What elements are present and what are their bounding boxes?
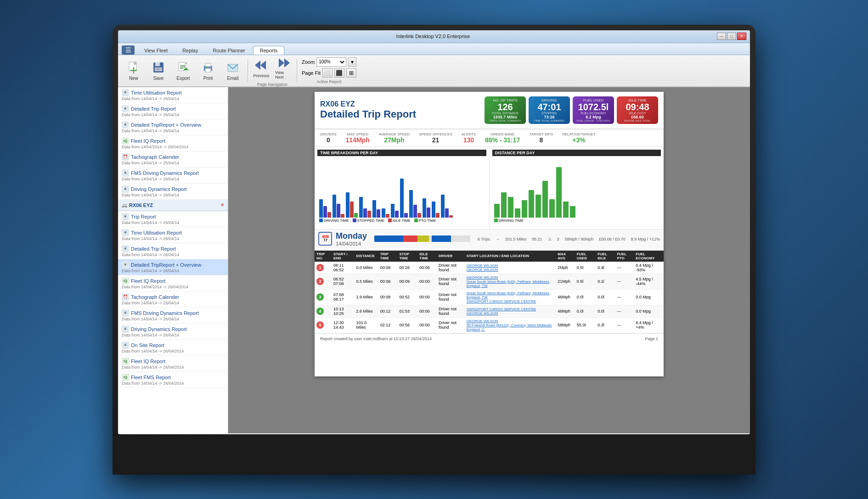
maximize-button[interactable]: □ <box>727 33 736 40</box>
list-item[interactable]: ⏰ Tachograph Calender Data from 14/04/14… <box>118 292 228 308</box>
dist-bar-2 <box>501 192 507 218</box>
summary-avg-speed: AVERAGE SPEED 27Mph <box>379 132 410 144</box>
tab-view-fleet[interactable]: View Fleet <box>137 46 175 55</box>
trip-times: 12:30 14:43 <box>332 317 355 333</box>
legend-idle-color <box>388 219 392 222</box>
print-button[interactable]: Print <box>196 57 220 84</box>
bar-idle <box>417 213 421 218</box>
close-section-icon[interactable]: ✕ <box>220 202 224 207</box>
iq-icon: iQ <box>122 137 129 145</box>
list-item[interactable]: ≡ Detailed TripReport + Overview Data fr… <box>118 119 228 135</box>
trip-from[interactable]: GEORGE WILSON <box>467 275 554 280</box>
export-label: Export <box>177 76 190 81</box>
stat-sublabel2-driving: TIME TOTAL SUMMARY <box>534 119 565 122</box>
section-label: RX06 EYZ <box>129 202 220 208</box>
save-button[interactable]: Save <box>147 57 170 84</box>
list-item[interactable]: ≡ FMS Driving Dynamics Report Data from … <box>118 308 228 324</box>
trip-from[interactable]: GEORGE WILSON <box>467 264 554 268</box>
stat-sublabel-trips: TOTAL DISTANCE <box>492 112 519 115</box>
clock-icon: ⏰ <box>122 153 129 161</box>
chart-left-area <box>317 158 486 218</box>
summary-green-band: GREEN BAND 88% - 31:17 <box>485 132 520 144</box>
trip-to[interactable]: GEORGE WILSON <box>467 268 554 272</box>
bar-idle <box>367 211 371 218</box>
previous-button[interactable]: Previous <box>251 55 272 81</box>
timeline-driving2-segment <box>432 235 451 242</box>
tab-replay[interactable]: Replay <box>175 46 205 55</box>
new-label: New <box>129 76 138 81</box>
trip-to[interactable]: SWISSPORT CARGO SERVICE CENTRE <box>467 299 554 303</box>
zoom-select[interactable]: 100% 75% 150% <box>316 57 346 67</box>
trip-from[interactable]: SWISSPORT CARGO SERVICE CENTRE <box>467 307 554 311</box>
export-button[interactable]: Export <box>171 57 195 84</box>
sidebar-item-date: Data from 14/04/14 -> 26/04/2014 <box>122 349 224 353</box>
trip-economy: 4.5 Mpg / -44% <box>634 274 664 289</box>
list-item[interactable]: ⏰ Tachograph Calender Data from 14/04/14… <box>118 151 228 168</box>
list-item[interactable]: ≡ Trip Report Data from 14/04/14 -> 26/0… <box>118 211 228 227</box>
trip-from[interactable]: GEORGE WILSON <box>467 319 554 323</box>
list-item[interactable]: ≡ Detailed Trip Report Data from 14/04/1… <box>118 243 228 259</box>
bar-dist <box>522 200 527 218</box>
trip-end: 06:52 <box>333 268 353 272</box>
doc-icon: ≡ <box>122 121 129 129</box>
list-item[interactable]: ≡ Detailed Trip Report Data from 14/04/1… <box>118 103 228 119</box>
tab-reports[interactable]: Reports <box>253 46 285 55</box>
trip-to[interactable]: GEORGE WILSON <box>467 311 554 315</box>
app-icon[interactable]: ☰ <box>122 45 135 55</box>
bar-stopped <box>413 205 417 218</box>
footer-text: Report created by user matt.redfearn at … <box>320 336 432 341</box>
stat-value-fuel: 1072.5l <box>578 102 609 112</box>
list-item[interactable]: ≡ Time Utilisation Report Data from 14/0… <box>118 227 228 243</box>
nav-buttons-row: Previous View Next <box>251 55 294 81</box>
view-next-button[interactable]: View Next <box>273 55 294 81</box>
tab-route-planner[interactable]: Route Planner <box>206 46 252 55</box>
trip-driver: Driver not found <box>437 305 465 317</box>
save-label: Save <box>153 76 164 81</box>
page-navigation-label: Page Navigation <box>257 82 287 87</box>
timeline-idle-segment <box>403 235 417 242</box>
bar-group-12 <box>441 195 453 218</box>
list-item[interactable]: ≡ Driving Dynamics Report Data from 14/0… <box>118 324 228 340</box>
stat-sublabel-idle: IDLE COST <box>629 112 646 115</box>
trip-fuel-used: 0.5l <box>575 274 596 289</box>
toolbar: New Save <box>118 55 750 87</box>
list-item-active[interactable]: ≡ Detailed TripReport + Overview Data fr… <box>118 259 228 275</box>
monday-time: 05:21 <box>532 237 542 241</box>
list-item[interactable]: ≡ Time Utilisation Report Data from 14/0… <box>118 87 228 103</box>
bar-group-4 <box>359 197 371 218</box>
list-item[interactable]: ≡ FMS Driving Dynamics Report Data from … <box>118 168 228 184</box>
bar-driving <box>382 208 385 218</box>
new-button[interactable]: New <box>122 57 146 84</box>
list-item[interactable]: iQ Fleet IQ Report Data from 14/04/2014 … <box>118 275 228 292</box>
list-item[interactable]: ≡ On Site Report Data from 14/04/14 -> 2… <box>118 340 228 356</box>
doc-icon: ≡ <box>122 309 129 317</box>
close-button[interactable]: ✕ <box>737 33 746 40</box>
bar-driving <box>441 195 445 218</box>
fit-width-button[interactable]: ⬜ <box>322 68 333 78</box>
bar-stopped <box>377 209 380 218</box>
trip-to[interactable]: 95 Foleshill Road (B4123), Coventry, Wes… <box>467 323 554 331</box>
trip-idle: 00:00 <box>417 289 437 305</box>
fit-page-button[interactable]: ⊞ <box>346 68 356 78</box>
email-button[interactable]: Email <box>221 57 245 84</box>
sidebar-item-date: Data from 14/04/14 -> 26/04/14 <box>122 129 224 133</box>
list-item[interactable]: iQ Fleet IQ Report Data from 14/04/14 ->… <box>118 356 228 372</box>
trip-to[interactable]: Great South West Road (A30), Feltham, Mi… <box>467 280 554 288</box>
list-item[interactable]: ≡ Driving Dynamics Report Data from 14/0… <box>118 184 228 200</box>
stat-sublabel-driving: STOPPED <box>541 112 557 115</box>
trip-end: 14:43 <box>333 325 353 330</box>
table-row: 3 07:08 08:17 1.9 Miles 00:08 00:52 <box>315 289 664 305</box>
summary-max-speed: MAX SPEED 114Mph <box>346 132 370 144</box>
minimize-button[interactable]: ─ <box>717 33 726 40</box>
trip-table-container: TRIP NO. START / END DISTANCE TRIP TIME … <box>315 251 664 333</box>
trip-from[interactable]: Great South West Road (A30), Feltham, Mi… <box>467 291 554 299</box>
zoom-dropdown-button[interactable]: ▾ <box>348 57 356 67</box>
fit-height-button[interactable]: ⬛ <box>334 68 344 78</box>
doc-icon: ≡ <box>122 185 129 193</box>
sidebar-item-date: Data from 14/04/14 -> 26/04/14 <box>122 112 224 117</box>
legend-driving: DRIVING TIME <box>319 219 349 223</box>
bar-idle <box>386 214 389 218</box>
summary-drivers: DRIVERS 0 <box>320 132 337 144</box>
list-item[interactable]: iQ Fleet FMS Report Data from 14/04/14 -… <box>118 372 228 388</box>
list-item[interactable]: iQ Fleet IQ Report Data from 14/04/2014 … <box>118 135 228 151</box>
